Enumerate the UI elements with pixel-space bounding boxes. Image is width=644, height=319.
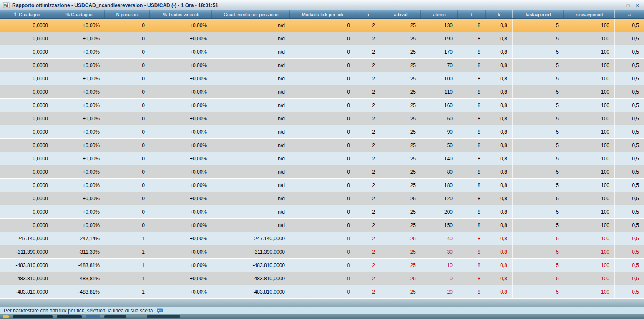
- cell-t: 8: [458, 59, 486, 72]
- cell-trades-vincenti: +0,00%: [150, 85, 212, 98]
- cell-guadagno: -483.810,0000: [0, 285, 53, 298]
- background-window-fragment: [3, 315, 9, 318]
- table-row[interactable]: -483.810,0000-483,81%1+0,00%-483.810,000…: [0, 259, 644, 272]
- column-header-atrmin[interactable]: atrmin: [421, 10, 458, 18]
- column-header-slowavperiod[interactable]: slowavperiod: [564, 10, 615, 18]
- cell-modalit-tick-per-tick: 0: [290, 19, 355, 32]
- cell-n: 2: [355, 72, 380, 85]
- cell-guadagno: 0,0000: [0, 205, 53, 218]
- cell-guad-medio-per-posizione: n/d: [212, 219, 290, 232]
- table-row[interactable]: -247.140,0000-247,14%1+0,00%-247.140,000…: [0, 232, 644, 245]
- cell-t: 8: [458, 99, 486, 112]
- cell-guadagno: +0,00%: [53, 139, 105, 152]
- column-header-k[interactable]: k: [486, 10, 513, 18]
- cell-guadagno: -483.810,0000: [0, 272, 53, 285]
- cell-guadagno: 0,0000: [0, 139, 53, 152]
- table-row[interactable]: 0,0000+0,00%0+0,00%n/d02259080,851000,5: [0, 125, 644, 139]
- column-header-fastavperiod[interactable]: fastavperiod: [513, 10, 564, 18]
- table-row[interactable]: 0,0000+0,00%0+0,00%n/d022516080,851000,5: [0, 99, 644, 112]
- cell-adxval: 25: [380, 245, 421, 258]
- cell-trades-vincenti: +0,00%: [150, 285, 212, 298]
- cell-a: 0,5: [615, 139, 644, 152]
- cell-trades-vincenti: +0,00%: [150, 232, 212, 245]
- table-row[interactable]: 0,0000+0,00%0+0,00%n/d022520080,851000,5: [0, 205, 644, 219]
- cell-guadagno: +0,00%: [53, 125, 105, 138]
- cell-atrmin: 80: [421, 165, 458, 178]
- cell-atrmin: 180: [421, 179, 458, 192]
- cell-guad-medio-per-posizione: n/d: [212, 85, 290, 98]
- table-row[interactable]: 0,0000+0,00%0+0,00%n/d022519080,851000,5: [0, 32, 644, 45]
- cell-n: 2: [355, 85, 380, 98]
- cell-guadagno: +0,00%: [53, 72, 105, 85]
- table-row[interactable]: 0,0000+0,00%0+0,00%n/d022510080,851000,5: [0, 72, 644, 85]
- column-header-modalit-tick-per-tick[interactable]: Modalità tick per tick: [290, 10, 355, 18]
- cell-slowavperiod: 100: [564, 152, 615, 165]
- table-row[interactable]: -483.810,0000-483,81%1+0,00%-483.810,000…: [0, 272, 644, 285]
- cell-t: 8: [458, 19, 486, 32]
- cell-k: 0,8: [486, 272, 513, 285]
- cell-n: 2: [355, 179, 380, 192]
- cell-k: 0,8: [486, 85, 513, 98]
- cell-guadagno: +0,00%: [53, 179, 105, 192]
- table-row[interactable]: 0,0000+0,00%0+0,00%n/d022515080,851000,5: [0, 219, 644, 232]
- cell-t: 8: [458, 152, 486, 165]
- cell-a: 0,5: [615, 219, 644, 232]
- cell-slowavperiod: 100: [564, 59, 615, 72]
- cell-atrmin: 140: [421, 152, 458, 165]
- cell-k: 0,8: [486, 192, 513, 205]
- cell-n: 2: [355, 192, 380, 205]
- cell-guad-medio-per-posizione: n/d: [212, 112, 290, 125]
- cell-adxval: 25: [380, 59, 421, 72]
- column-header-trades-vincenti[interactable]: % Trades vincenti: [150, 10, 212, 18]
- table-row[interactable]: 0,0000+0,00%0+0,00%n/d022514080,851000,5: [0, 152, 644, 165]
- cell-fastavperiod: 5: [513, 125, 564, 138]
- cell-n-posizioni: 1: [105, 259, 150, 272]
- table-row[interactable]: 0,0000+0,00%0+0,00%n/d02257080,851000,5: [0, 59, 644, 72]
- cell-adxval: 25: [380, 192, 421, 205]
- table-row-selected[interactable]: 0,0000+0,00%0+0,00%n/d022513080,851000,5: [0, 19, 644, 32]
- cell-n: 2: [355, 32, 380, 45]
- cell-slowavperiod: 100: [564, 165, 615, 178]
- table-row[interactable]: 0,0000+0,00%0+0,00%n/d022518080,851000,5: [0, 179, 644, 192]
- table-row[interactable]: -483.810,0000-483,81%1+0,00%-483.810,000…: [0, 285, 644, 299]
- column-header-n[interactable]: n: [355, 10, 380, 18]
- cell-a: 0,5: [615, 19, 644, 32]
- cell-n: 2: [355, 205, 380, 218]
- table-row[interactable]: 0,0000+0,00%0+0,00%n/d022512080,851000,5: [0, 192, 644, 205]
- minimize-button[interactable]: –: [615, 2, 623, 9]
- cell-fastavperiod: 5: [513, 165, 564, 178]
- table-row[interactable]: 0,0000+0,00%0+0,00%n/d022517080,851000,5: [0, 45, 644, 59]
- optimization-report-window: Rapporto ottimizzazione - USDCAD_ncandle…: [0, 0, 644, 319]
- cell-slowavperiod: 100: [564, 259, 615, 272]
- cell-adxval: 25: [380, 152, 421, 165]
- cell-t: 8: [458, 125, 486, 138]
- cell-guadagno: 0,0000: [0, 45, 53, 58]
- cell-guadagno: 0,0000: [0, 165, 53, 178]
- cell-trades-vincenti: +0,00%: [150, 272, 212, 285]
- column-header-adxval[interactable]: adxval: [380, 10, 421, 18]
- cell-k: 0,8: [486, 205, 513, 218]
- close-button[interactable]: ✕: [634, 2, 641, 9]
- table-row[interactable]: 0,0000+0,00%0+0,00%n/d02258080,851000,5: [0, 165, 644, 179]
- column-header-guad-medio-per-posizione[interactable]: Guad. medio per posizione: [212, 10, 290, 18]
- maximize-button[interactable]: □: [624, 2, 632, 9]
- cell-a: 0,5: [615, 205, 644, 218]
- table-row[interactable]: -311.390,0000-311,39%1+0,00%-311.390,000…: [0, 245, 644, 259]
- table-row[interactable]: 0,0000+0,00%0+0,00%n/d02256080,851000,5: [0, 112, 644, 125]
- table-row[interactable]: 0,0000+0,00%0+0,00%n/d02255080,851000,5: [0, 139, 644, 152]
- cell-atrmin: 190: [421, 32, 458, 45]
- column-header-t[interactable]: t: [458, 10, 486, 18]
- column-header-guadagno[interactable]: % Guadagno: [53, 10, 105, 18]
- cell-atrmin: 70: [421, 59, 458, 72]
- cell-t: 8: [458, 139, 486, 152]
- cell-modalit-tick-per-tick: 0: [290, 219, 355, 232]
- cell-guad-medio-per-posizione: -483.810,0000: [212, 272, 290, 285]
- column-header-n-posizioni[interactable]: N posizioni: [105, 10, 150, 18]
- cell-n-posizioni: 0: [105, 19, 150, 32]
- column-header-guadagno[interactable]: ⇑Guadagno: [0, 10, 53, 18]
- cell-modalit-tick-per-tick: 0: [290, 112, 355, 125]
- column-header-a[interactable]: a: [615, 10, 644, 18]
- table-row[interactable]: 0,0000+0,00%0+0,00%n/d022511080,851000,5: [0, 85, 644, 99]
- cell-modalit-tick-per-tick: 0: [290, 245, 355, 258]
- cell-guadagno: +0,00%: [53, 112, 105, 125]
